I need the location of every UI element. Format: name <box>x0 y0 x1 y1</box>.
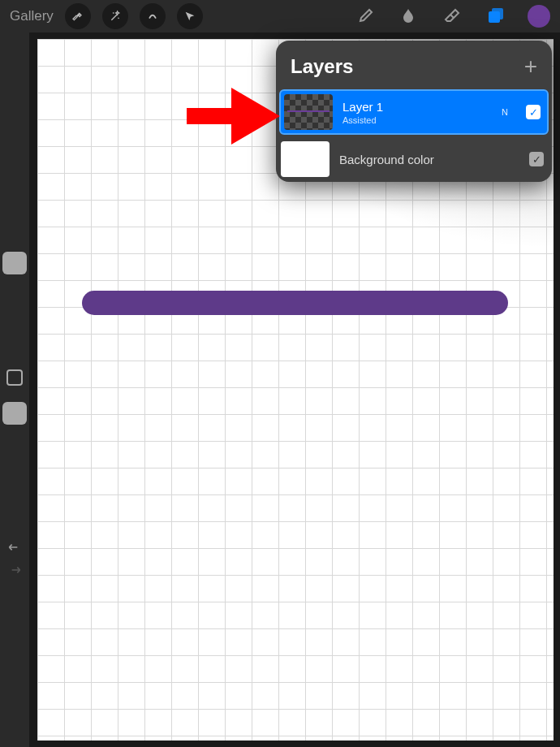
toolbar-left: Gallery <box>10 3 203 29</box>
left-sidebar <box>0 32 29 747</box>
add-layer-button[interactable]: + <box>524 55 537 78</box>
smudge-icon <box>398 6 418 26</box>
selection-button[interactable] <box>140 3 166 29</box>
layer-name: Layer 1 <box>342 100 492 114</box>
layers-panel: Layers + Layer 1 Assisted N ✓ Background… <box>276 41 552 182</box>
transform-button[interactable] <box>177 3 203 29</box>
layer-row-selected[interactable]: Layer 1 Assisted N ✓ <box>279 89 549 135</box>
layer-visibility-checkbox[interactable]: ✓ <box>529 152 544 166</box>
layer-subtitle: Assisted <box>342 115 492 125</box>
layers-icon <box>486 6 506 26</box>
layer-row-background[interactable]: Background color ✓ <box>276 136 552 182</box>
opacity-slider[interactable] <box>2 402 27 425</box>
layers-button[interactable] <box>484 4 508 28</box>
redo-button[interactable] <box>6 563 23 577</box>
drawn-stroke <box>82 291 508 315</box>
undo-button[interactable] <box>6 540 23 555</box>
layer-thumbnail[interactable] <box>281 141 330 177</box>
brush-tool-button[interactable] <box>352 4 377 28</box>
layer-info: Layer 1 Assisted <box>342 100 492 125</box>
toolbar-right <box>352 4 550 28</box>
selection-icon <box>146 10 159 23</box>
layer-name: Background color <box>339 153 519 166</box>
layer-visibility-checkbox[interactable]: ✓ <box>526 105 541 119</box>
adjustments-wand-button[interactable] <box>102 3 128 29</box>
blend-mode-indicator[interactable]: N <box>502 107 508 117</box>
gallery-button[interactable]: Gallery <box>10 8 54 24</box>
layer-info: Background color <box>339 153 519 166</box>
brush-icon <box>355 6 374 26</box>
top-toolbar: Gallery <box>0 0 560 32</box>
wand-icon <box>109 10 122 23</box>
arrow-icon <box>183 10 196 23</box>
layer-thumbnail[interactable] <box>284 94 333 130</box>
brush-size-slider[interactable] <box>2 252 27 274</box>
layers-panel-header: Layers + <box>276 41 552 88</box>
actions-wrench-button[interactable] <box>65 3 91 29</box>
smudge-tool-button[interactable] <box>396 4 420 28</box>
wrench-icon <box>71 10 84 23</box>
eraser-tool-button[interactable] <box>440 4 464 28</box>
svg-rect-1 <box>492 8 503 19</box>
layers-panel-title: Layers <box>291 55 353 78</box>
modify-button[interactable] <box>6 369 23 386</box>
eraser-icon <box>442 6 462 26</box>
color-picker-button[interactable] <box>528 5 550 28</box>
